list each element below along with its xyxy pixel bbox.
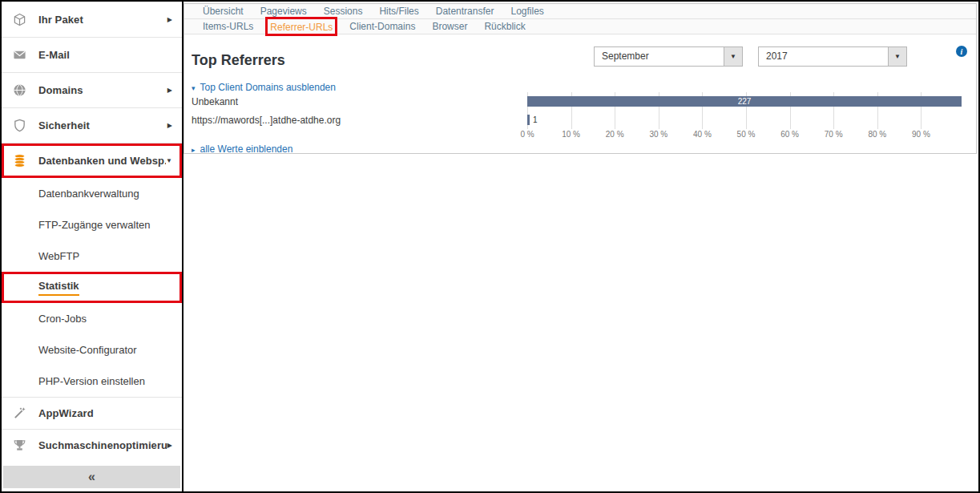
sidebar-item-label: AppWizard — [38, 407, 172, 419]
sidebar-subitem-php-version[interactable]: PHP-Version einstellen — [2, 366, 182, 397]
axis-tick-label: 90 % — [912, 130, 930, 139]
package-icon — [12, 12, 26, 26]
tab-browser[interactable]: Browser — [432, 21, 467, 32]
tab-pageviews[interactable]: Pageviews — [260, 6, 307, 17]
chart-axis: 0 %10 %20 %30 %40 %50 %60 %70 %80 %90 % — [527, 129, 965, 140]
axis-tick-label: 10 % — [562, 130, 580, 139]
info-icon[interactable]: i — [956, 46, 967, 57]
sidebar-subitem-ftp-zugaenge[interactable]: FTP-Zugänge verwalten — [2, 209, 182, 240]
sidebar-item-label: Domains — [38, 84, 167, 96]
primary-tab-bar: Übersicht Pageviews Sessions Hits/Files … — [184, 4, 976, 19]
sidebar-subitem-statistik[interactable]: Statistik — [2, 272, 182, 303]
axis-tick-label: 40 % — [693, 130, 712, 139]
sidebar-subitem-label: Website-Configurator — [38, 344, 137, 356]
chevron-right-icon: ▶ — [167, 122, 172, 129]
axis-tick-label: 60 % — [780, 130, 799, 139]
trophy-icon — [12, 438, 26, 453]
sidebar-subitem-label: FTP-Zugänge verwalten — [38, 219, 150, 231]
sidebar-subitem-label: Statistik — [38, 280, 79, 296]
month-dropdown-value: September — [595, 47, 724, 66]
chart-row-plot: 227 — [527, 92, 965, 111]
referrers-bar-chart: Unbekannt 227 https://mawords[...]atdhe-… — [184, 92, 976, 156]
sidebar-item-suchmaschinenoptimierung[interactable]: Suchmaschinenoptimieru... ▶ — [2, 429, 182, 461]
content-panel: Übersicht Pageviews Sessions Hits/Files … — [183, 3, 977, 154]
sidebar-item-datenbanken[interactable]: Datenbanken und Websp... ▼ — [2, 143, 182, 178]
chevron-right-icon: ▶ — [167, 87, 172, 94]
sidebar-subitem-label: PHP-Version einstellen — [38, 375, 145, 387]
year-dropdown[interactable]: 2017 ▼ — [758, 46, 907, 67]
sidebar-subitem-datenbankverwaltung[interactable]: Datenbankverwaltung — [2, 178, 182, 209]
tab-rueckblick[interactable]: Rückblick — [484, 21, 525, 32]
page-title: Top Referrers — [192, 52, 285, 69]
year-dropdown-value: 2017 — [759, 47, 888, 66]
tab-referrer-urls-annotation: Referrer-URLs — [270, 19, 333, 34]
sidebar-item-email[interactable]: E-Mail — [2, 37, 182, 72]
tab-uebersicht[interactable]: Übersicht — [203, 6, 244, 17]
tab-items-urls[interactable]: Items-URLs — [203, 21, 253, 32]
bar-unbekannt[interactable]: 227 — [527, 96, 962, 107]
sidebar-item-label: Suchmaschinenoptimieru... — [38, 439, 167, 451]
sidebar-item-ihr-paket[interactable]: Ihr Paket ▶ — [2, 2, 182, 37]
axis-tick-label: 80 % — [868, 130, 886, 139]
sidebar-item-label: Sicherheit — [38, 119, 167, 131]
chevron-right-icon: ▶ — [167, 16, 172, 23]
globe-icon — [12, 83, 26, 98]
chart-row: https://mawords[...]atdhe-atdhe.org 1 — [184, 111, 976, 129]
axis-tick-label: 50 % — [737, 130, 756, 139]
axis-tick-label: 0 % — [520, 130, 534, 139]
sidebar-item-appwizard[interactable]: AppWizard — [2, 397, 182, 429]
sidebar-item-label: E-Mail — [38, 49, 172, 61]
triangle-right-icon: ▸ — [192, 146, 196, 154]
chart-category-label: Unbekannt — [184, 96, 527, 107]
sidebar-subitem-website-configurator[interactable]: Website-Configurator — [2, 334, 182, 366]
tab-sessions[interactable]: Sessions — [324, 6, 363, 17]
tab-logfiles[interactable]: Logfiles — [510, 6, 543, 17]
tab-hits-files[interactable]: Hits/Files — [379, 6, 418, 17]
tab-referrer-urls[interactable]: Referrer-URLs — [270, 22, 333, 33]
sidebar-subitem-label: Datenbankverwaltung — [38, 188, 139, 200]
sidebar-subitem-label: WebFTP — [38, 250, 79, 262]
triangle-down-icon: ▾ — [192, 84, 196, 92]
tab-datentransfer[interactable]: Datentransfer — [436, 6, 494, 17]
axis-tick-label: 70 % — [825, 130, 843, 139]
tab-client-domains[interactable]: Client-Domains — [349, 21, 415, 32]
bar-value-label: 227 — [527, 96, 962, 107]
toggle-top-label: Top Client Domains ausblenden — [200, 82, 336, 93]
sidebar: Ihr Paket ▶ E-Mail Domains ▶ Sicherheit … — [2, 2, 183, 491]
chart-plot-area: Unbekannt 227 https://mawords[...]atdhe-… — [184, 92, 976, 129]
sidebar-subitem-label: Cron-Jobs — [38, 313, 87, 325]
bar-mawords[interactable] — [527, 115, 530, 125]
secondary-tab-bar: Items-URLs Referrer-URLs Client-Domains … — [184, 19, 976, 34]
chart-row: Unbekannt 227 — [184, 92, 976, 111]
sidebar-item-sicherheit[interactable]: Sicherheit ▶ — [2, 107, 182, 143]
dropdown-arrow-icon[interactable]: ▼ — [888, 47, 906, 66]
sidebar-subitem-webftp[interactable]: WebFTP — [2, 240, 182, 272]
sidebar-item-domains[interactable]: Domains ▶ — [2, 72, 182, 107]
collapse-chevrons-icon: « — [88, 470, 95, 484]
chevron-right-icon: ▶ — [167, 442, 172, 449]
month-dropdown[interactable]: September ▼ — [594, 46, 743, 67]
database-icon — [12, 154, 26, 168]
axis-tick-label: 20 % — [606, 130, 624, 139]
toggle-top-client-domains-link[interactable]: ▾Top Client Domains ausblenden — [192, 82, 336, 93]
sidebar-subitem-cron-jobs[interactable]: Cron-Jobs — [2, 303, 182, 334]
bar-value-label: 1 — [533, 115, 538, 125]
sidebar-item-label: Datenbanken und Websp... — [38, 155, 166, 167]
shield-icon — [12, 119, 26, 133]
chevron-down-icon: ▼ — [166, 157, 172, 164]
envelope-icon — [12, 48, 26, 63]
wand-icon — [12, 406, 26, 421]
toggle-all-label: alle Werte einblenden — [200, 143, 293, 155]
app-window: Ihr Paket ▶ E-Mail Domains ▶ Sicherheit … — [0, 0, 980, 493]
chart-row-plot: 1 — [527, 111, 965, 129]
sidebar-item-label: Ihr Paket — [38, 14, 167, 26]
toggle-all-values-link[interactable]: ▸alle Werte einblenden — [192, 143, 292, 155]
chart-category-label: https://mawords[...]atdhe-atdhe.org — [184, 115, 527, 126]
dropdown-arrow-icon[interactable]: ▼ — [724, 47, 742, 66]
sidebar-collapse-button[interactable]: « — [3, 466, 180, 488]
axis-tick-label: 30 % — [649, 130, 667, 139]
